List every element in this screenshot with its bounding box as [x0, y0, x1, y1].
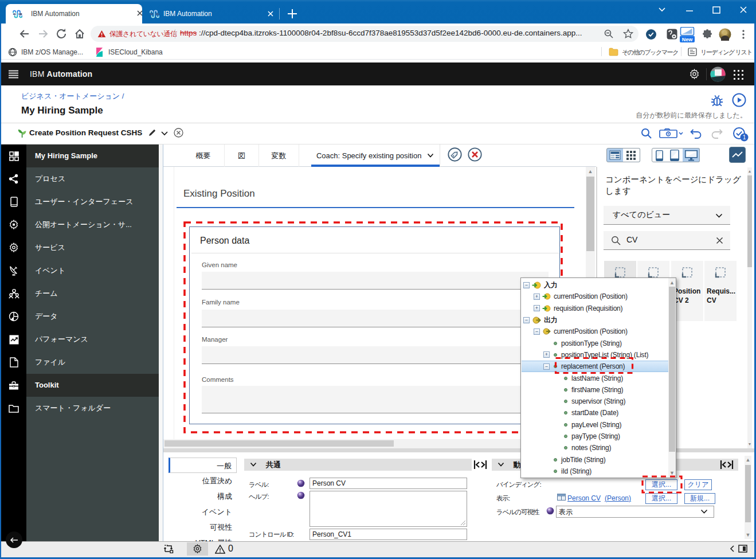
tree-row-currentposition-out[interactable]: − currentPosition (Position)	[522, 326, 669, 337]
profile-avatar[interactable]	[719, 28, 731, 41]
popup-scrollbar[interactable]: ▲ ▼	[668, 278, 676, 478]
layout-view-toggle[interactable]	[606, 148, 624, 162]
settings-gear-icon[interactable]	[689, 69, 700, 80]
sync-icon[interactable]	[164, 545, 174, 553]
debug-bug-icon[interactable]	[710, 94, 724, 107]
window-maximize-button[interactable]	[710, 3, 723, 17]
collapse-expander-icon[interactable]: −	[523, 282, 530, 288]
tree-row-firstname[interactable]: firstName (String)	[522, 384, 669, 396]
view-filter-select[interactable]: すべてのビュー	[604, 206, 730, 225]
sidebar-item-exposed-automation[interactable]: 公開オートメーション・サ...	[26, 213, 159, 236]
tree-row-paytype[interactable]: payType (String)	[522, 431, 669, 442]
clear-search-icon[interactable]	[716, 237, 723, 244]
zoom-out-icon[interactable]	[604, 29, 614, 39]
phone-preview-toggle[interactable]	[652, 148, 667, 162]
edit-pencil-icon[interactable]	[148, 128, 156, 137]
view-select-button[interactable]: 選択...	[645, 493, 677, 504]
expand-expander-icon[interactable]: +	[534, 294, 540, 300]
view-new-button[interactable]: 新規...	[684, 493, 715, 504]
sidebar-item-user-interface[interactable]: ユーザー・インターフェース	[26, 190, 159, 213]
performance-icon[interactable]	[1, 328, 26, 351]
bookmark-kibana[interactable]: ISECloud_Kibana	[108, 48, 163, 56]
label-visibility-orb-icon[interactable]	[546, 507, 554, 515]
extension-new-icon[interactable]: New	[679, 27, 696, 42]
tree-row-lastname[interactable]: lastName (String)	[522, 372, 669, 384]
grid-view-toggle[interactable]	[623, 148, 640, 162]
tree-row-positiontype[interactable]: positionType (String)	[522, 338, 669, 349]
tab-coach-active[interactable]: Coach: Specify existing position	[311, 144, 440, 167]
window-close-button[interactable]	[737, 3, 750, 17]
common-section-header[interactable]: 共通	[244, 459, 472, 471]
sidebar-item-services[interactable]: サービス	[26, 236, 159, 259]
sidebar-scrollbar[interactable]	[159, 144, 163, 541]
tree-row-input[interactable]: − 入力	[522, 279, 669, 291]
performance-overlay-toggle[interactable]	[729, 147, 746, 163]
tab-diagram[interactable]: 図	[225, 144, 259, 167]
help-textarea[interactable]	[310, 491, 467, 527]
toolkit-icon[interactable]	[1, 374, 26, 397]
validate-check-icon[interactable]: 1	[733, 127, 749, 142]
tree-row-positiontypelist[interactable]: + positionTypeList (String) (List)	[522, 349, 669, 361]
app-grid-icon[interactable]	[1, 144, 26, 167]
forward-icon[interactable]	[37, 28, 49, 40]
redo-icon[interactable]	[711, 128, 723, 139]
collapse-expander-icon[interactable]: −	[534, 329, 540, 335]
extensions-puzzle-icon[interactable]	[702, 29, 714, 41]
panel-toggle-icon[interactable]	[738, 545, 747, 553]
tree-row-jobtitle[interactable]: jobTitle (String)	[522, 454, 669, 466]
sidebar-item-process[interactable]: プロセス	[26, 167, 159, 190]
tree-row-notes[interactable]: notes (String)	[522, 442, 669, 454]
sidebar-item-smart-folder[interactable]: スマート・フォルダー	[26, 397, 159, 420]
tree-row-startdate[interactable]: startDate (Date)	[522, 407, 669, 419]
reading-list[interactable]: リーディング リスト	[700, 48, 752, 57]
expand-expander-icon[interactable]: +	[543, 351, 550, 358]
other-bookmarks[interactable]: その他のブックマーク	[622, 48, 678, 57]
sidebar-item-teams[interactable]: チーム	[26, 282, 159, 305]
expand-behavior-icon[interactable]	[720, 459, 734, 470]
tree-row-replacement-selected[interactable]: − replacement (Person)	[522, 361, 669, 372]
undo-icon[interactable]	[690, 128, 702, 139]
services-icon[interactable]	[1, 236, 26, 259]
browser-menu-kebab-icon[interactable]	[738, 28, 749, 41]
manager-input[interactable]	[202, 346, 549, 364]
artifact-close-icon[interactable]	[174, 128, 183, 138]
tree-row-iid[interactable]: iId (String)	[522, 466, 669, 477]
extension-clipboard-icon[interactable]	[667, 29, 677, 40]
sidebar-item-events[interactable]: イベント	[26, 259, 159, 282]
sidebar-item-my-hiring-sample[interactable]: My Hiring Sample	[26, 144, 159, 167]
binding-clear-button[interactable]: クリア	[684, 479, 712, 490]
tab-close-icon[interactable]	[135, 9, 144, 18]
process-icon[interactable]	[1, 167, 26, 190]
tree-row-output[interactable]: − 出力	[522, 314, 669, 326]
user-interface-icon[interactable]	[1, 190, 26, 213]
label-input[interactable]: Person CV	[310, 478, 467, 489]
help-inherit-orb-icon[interactable]	[297, 491, 305, 499]
control-id-input[interactable]: Person_CV1	[310, 529, 467, 540]
breadcrumb[interactable]: ビジネス・オートメーション /	[21, 91, 124, 101]
run-play-icon[interactable]	[732, 93, 746, 107]
label-inherit-orb-icon[interactable]	[297, 479, 305, 487]
browser-tab-2[interactable]: IBM Automation	[144, 4, 279, 24]
prop-tab-visibility[interactable]: 可視性	[169, 519, 237, 535]
browser-tab-active[interactable]: IBM Automation	[6, 4, 142, 24]
desktop-preview-toggle[interactable]	[683, 148, 700, 162]
view-link[interactable]: Person CV	[567, 494, 601, 502]
tablet-preview-toggle[interactable]	[667, 148, 683, 162]
theme-tag-icon[interactable]	[448, 147, 462, 162]
binding-select-button[interactable]: 選択...	[645, 479, 677, 490]
user-avatar[interactable]	[710, 67, 726, 82]
tree-row-supervisor[interactable]: supervisor (String)	[522, 396, 669, 407]
clear-errors-icon[interactable]	[468, 147, 482, 162]
exposed-automation-icon[interactable]	[1, 213, 26, 236]
app-switcher-icon[interactable]	[734, 70, 743, 80]
snapshot-camera-icon[interactable]	[659, 128, 683, 139]
collapse-expander-icon[interactable]: −	[543, 363, 550, 370]
events-icon[interactable]	[1, 259, 26, 282]
tree-row-requisition[interactable]: + requisition (Requisition)	[522, 303, 669, 314]
back-icon[interactable]	[18, 28, 31, 40]
tab-variables[interactable]: 変数	[259, 144, 299, 167]
prop-tab-events[interactable]: イベント	[169, 504, 237, 519]
window-minimize-button[interactable]	[683, 5, 696, 14]
data-icon[interactable]	[1, 305, 26, 328]
palette-scrollbar[interactable]: ▲ ▼	[747, 167, 752, 448]
